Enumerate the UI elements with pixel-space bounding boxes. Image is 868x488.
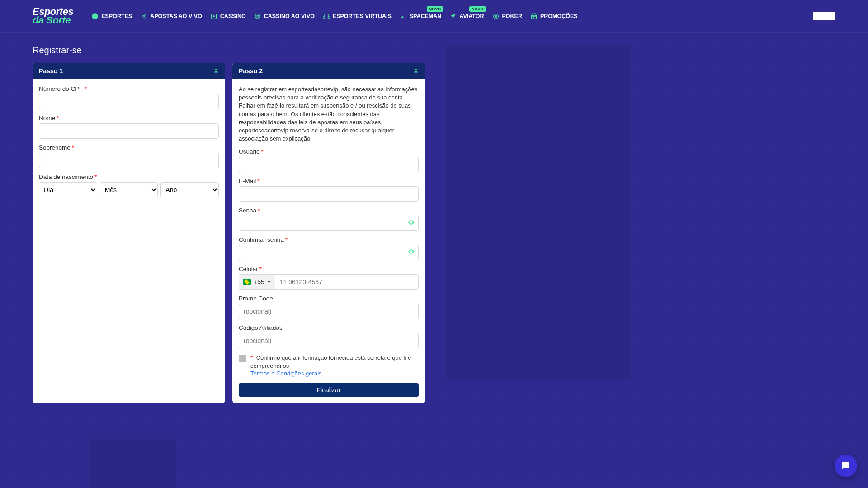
nav-label: CASSINO [220, 13, 246, 19]
usuario-input[interactable] [239, 157, 419, 172]
shield-icon: ! [91, 13, 99, 20]
terms-checkbox[interactable] [239, 355, 246, 362]
forms-column: Registrar-se Passo 1 Número do CPF* N [33, 45, 425, 488]
rocket-icon [400, 13, 407, 20]
eye-icon[interactable] [408, 219, 415, 228]
step1-header: Passo 1 [33, 63, 225, 79]
confirmar-input[interactable] [239, 245, 419, 260]
user-icon [213, 67, 219, 75]
nav-esportes[interactable]: ! ESPORTES [91, 13, 132, 20]
celular-label: Celular* [239, 266, 419, 272]
promo-tile[interactable] [89, 439, 176, 488]
brand-bottom: da Sorte [33, 16, 73, 25]
nav-label: CASSINO AO VIVO [264, 13, 315, 19]
top-header: Esportes da Sorte ! ESPORTES APOSTAS AO … [0, 0, 868, 33]
nav-label: POKER [502, 13, 522, 19]
chevron-down-icon: ▼ [267, 280, 271, 284]
terms-text: * Confirmo que a informação fornecida es… [250, 354, 419, 378]
nav-poker[interactable]: POKER [492, 13, 522, 20]
dob-selects: Dia Mês Ano [39, 182, 219, 197]
terms-row: * Confirmo que a informação fornecida es… [239, 354, 419, 378]
promo-field: Promo Code [239, 295, 419, 319]
nome-input[interactable] [39, 123, 219, 139]
nav-aviator[interactable]: Novo AVIATOR [449, 13, 484, 20]
senha-field: Senha* [239, 207, 419, 231]
nav-promocoes[interactable]: PROMOÇÕES [530, 13, 578, 20]
confirmar-label: Confirmar senha* [239, 236, 419, 243]
cpf-input[interactable] [39, 94, 219, 109]
phone-prefix-selector[interactable]: +55 ▼ [239, 274, 275, 290]
step2-header: Passo 2 [232, 63, 425, 79]
step2-title: Passo 2 [239, 67, 263, 75]
svg-point-12 [215, 69, 217, 70]
promo-sidebar[interactable] [446, 45, 631, 380]
svg-point-6 [257, 15, 259, 17]
email-input[interactable] [239, 186, 419, 202]
nav-apostas-ao-vivo[interactable]: APOSTAS AO VIVO [140, 13, 202, 20]
svg-point-2 [143, 15, 145, 17]
sobrenome-field: Sobrenome* [39, 144, 219, 168]
nav-label: SPACEMAN [410, 13, 442, 19]
eye-icon[interactable] [408, 248, 415, 257]
dob-year-select[interactable]: Ano [160, 182, 219, 197]
svg-point-13 [415, 69, 417, 70]
user-icon [413, 67, 419, 75]
svg-point-10 [495, 15, 497, 17]
celular-input[interactable] [275, 274, 419, 290]
sobrenome-label: Sobrenome* [39, 144, 219, 151]
steps-row: Passo 1 Número do CPF* Nome* S [33, 63, 425, 403]
promo-input[interactable] [239, 304, 419, 319]
terms-link[interactable]: Termos e Condições gerais [250, 370, 419, 378]
live-icon [140, 13, 147, 20]
confirmar-field: Confirmar senha* [239, 236, 419, 260]
dob-field: Data de nascimento* Dia Mês Ano [39, 174, 219, 197]
flag-br-icon [243, 279, 251, 285]
brand-logo[interactable]: Esportes da Sorte [33, 8, 73, 24]
promo-label: Promo Code [239, 295, 419, 302]
chat-fab[interactable] [835, 455, 857, 477]
svg-rect-7 [324, 16, 325, 18]
step2-card: Passo 2 Ao se registrar em esportesdasor… [232, 63, 425, 403]
sobrenome-input[interactable] [39, 153, 219, 168]
svg-point-4 [213, 15, 215, 17]
step1-body: Número do CPF* Nome* Sobrenome* Data de … [33, 79, 225, 204]
celular-field: Celular* +55 ▼ [239, 266, 419, 290]
senha-label: Senha* [239, 207, 419, 214]
nav-label: ESPORTES [101, 13, 132, 19]
step2-body: Ao se registrar em esportesdasortevip, s… [232, 79, 425, 403]
svg-text:!: ! [94, 14, 96, 18]
nav-cassino[interactable]: CASSINO [210, 13, 246, 20]
target-icon [492, 13, 500, 20]
headset-icon [323, 13, 330, 20]
dob-month-select[interactable]: Mês [100, 182, 158, 197]
login-placeholder[interactable] [813, 12, 835, 20]
senha-input[interactable] [239, 216, 419, 231]
dob-day-select[interactable]: Dia [39, 182, 97, 197]
svg-point-5 [255, 14, 260, 19]
cpf-label: Número do CPF* [39, 85, 219, 92]
nav-spaceman[interactable]: Novo SPACEMAN [400, 13, 442, 20]
nav-label: PROMOÇÕES [540, 13, 578, 19]
usuario-label: Usuário* [239, 148, 419, 155]
nav-label: AVIATOR [459, 13, 484, 19]
phone-prefix-text: +55 [254, 278, 264, 286]
afiliados-field: Código Afiliados [239, 324, 419, 348]
step1-card: Passo 1 Número do CPF* Nome* S [33, 63, 225, 403]
svg-rect-8 [328, 16, 329, 18]
nav-esportes-virtuais[interactable]: ESPORTES VIRTUAIS [323, 13, 392, 20]
novo-badge: Novo [427, 6, 443, 12]
phone-row: +55 ▼ [239, 274, 419, 290]
header-right [813, 12, 835, 20]
afiliados-input[interactable] [239, 333, 419, 348]
afiliados-label: Código Afiliados [239, 324, 419, 331]
chip-icon [254, 13, 261, 20]
dice-icon [210, 13, 217, 20]
plane-icon [449, 13, 457, 20]
page-body: Registrar-se Passo 1 Número do CPF* N [0, 33, 868, 488]
finalize-button[interactable]: Finalizar [239, 383, 419, 397]
nav-cassino-ao-vivo[interactable]: CASSINO AO VIVO [254, 13, 315, 20]
usuario-field: Usuário* [239, 148, 419, 172]
gift-icon [530, 13, 538, 20]
cpf-field: Número do CPF* [39, 85, 219, 109]
page-title: Registrar-se [33, 45, 425, 56]
